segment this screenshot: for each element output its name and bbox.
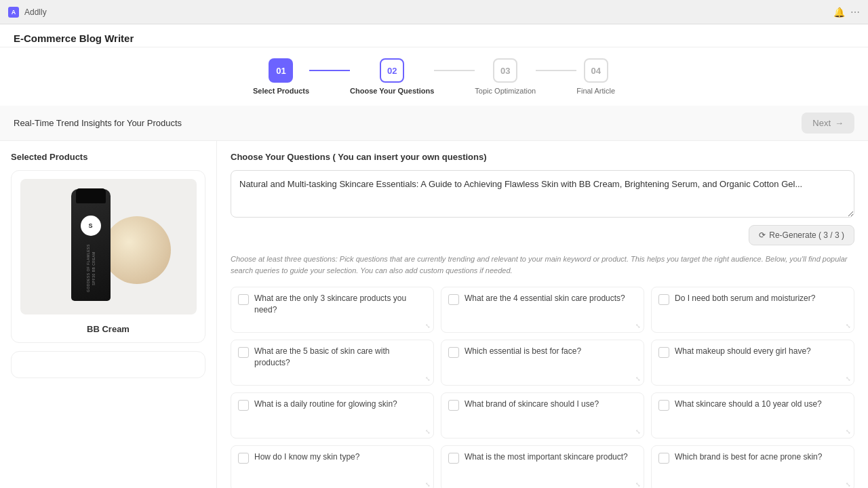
step-label-2: Choose Your Questions	[350, 87, 434, 95]
hint-text: Choose at least three questions: Pick qu…	[231, 253, 854, 276]
app-header: E-Commerce Blog Writer	[0, 24, 868, 47]
question-checkbox-1[interactable]	[238, 294, 249, 305]
question-checkbox-10[interactable]	[238, 453, 249, 464]
question-card-3: Do I need both serum and moisturizer? ⤡	[651, 287, 854, 333]
question-textarea-3[interactable]: Do I need both serum and moisturizer?	[675, 293, 847, 327]
question-textarea-12[interactable]: Which brand is best for acne prone skin?	[675, 451, 847, 485]
connector-3-4	[536, 70, 576, 71]
product-card: S GODDESS OF FLAWLESSSPF30 BB CREAM BB C…	[11, 170, 205, 343]
resize-icon-4: ⤡	[425, 375, 431, 382]
question-checkbox-5[interactable]	[448, 347, 459, 358]
sidebar: Selected Products S GO	[0, 141, 217, 488]
step-circle-3: 03	[493, 58, 517, 83]
sidebar-section-title: Selected Products	[11, 152, 205, 162]
resize-icon-11: ⤡	[635, 481, 641, 488]
resize-icon-7: ⤡	[425, 428, 431, 435]
resize-icon-1: ⤡	[425, 323, 431, 329]
question-card-2: What are the 4 essential skin care produ…	[441, 287, 644, 333]
main-content: Selected Products S GO	[0, 141, 868, 488]
product-swatch	[103, 216, 171, 284]
question-card-11: What is the most important skincare prod…	[441, 445, 644, 488]
resize-icon-8: ⤡	[635, 428, 641, 435]
bell-icon[interactable]: 🔔	[833, 7, 845, 18]
resize-icon-2: ⤡	[635, 323, 641, 329]
connector-1-2	[309, 70, 350, 71]
question-checkbox-2[interactable]	[448, 294, 459, 305]
product-tube-text: GODDESS OF FLAWLESSSPF30 BB CREAM	[85, 241, 96, 296]
question-card-4: What are the 5 basic of skin care with p…	[231, 340, 434, 386]
title-bar-actions: 🔔 ⋯	[833, 7, 860, 18]
resize-icon-5: ⤡	[635, 375, 641, 382]
title-bar: A Addlly 🔔 ⋯	[0, 0, 868, 24]
question-textarea-6[interactable]: What makeup should every girl have?	[675, 346, 847, 380]
product-name: BB Cream	[87, 324, 130, 334]
step-label-1: Select Products	[253, 87, 309, 95]
questions-header: Choose Your Questions ( You can insert y…	[231, 152, 854, 162]
question-checkbox-8[interactable]	[448, 400, 459, 411]
product-tube: S GODDESS OF FLAWLESSSPF30 BB CREAM	[71, 189, 111, 301]
question-checkbox-4[interactable]	[238, 347, 249, 358]
question-card-6: What makeup should every girl have? ⤡	[651, 340, 854, 386]
refresh-icon: ⟳	[759, 230, 766, 240]
step-3: 03 Topic Optimization	[475, 58, 536, 95]
product-image-area: S GODDESS OF FLAWLESSSPF30 BB CREAM	[20, 179, 197, 314]
article-title-textarea[interactable]	[231, 170, 854, 218]
toolbar-title: Real-Time Trend Insights for Your Produc…	[14, 118, 182, 128]
question-checkbox-6[interactable]	[658, 347, 669, 358]
step-4: 04 Final Article	[576, 58, 615, 95]
resize-icon-3: ⤡	[846, 323, 851, 329]
resize-icon-12: ⤡	[846, 481, 851, 488]
question-card-10: How do I know my skin type? ⤡	[231, 445, 434, 488]
step-circle-4: 04	[584, 58, 608, 83]
step-1: 01 Select Products	[253, 58, 309, 95]
question-card-12: Which brand is best for acne prone skin?…	[651, 445, 854, 488]
product-tube-logo: S	[81, 216, 101, 236]
step-circle-1: 01	[269, 58, 293, 83]
question-textarea-7[interactable]: What is a daily routine for glowing skin…	[254, 399, 427, 432]
questions-panel: Choose Your Questions ( You can insert y…	[217, 141, 868, 488]
regenerate-button[interactable]: ⟳ Re-Generate ( 3 / 3 )	[749, 225, 854, 245]
next-button[interactable]: Next →	[802, 113, 854, 134]
toolbar: Real-Time Trend Insights for Your Produc…	[0, 106, 868, 141]
app-icon: A	[8, 7, 19, 18]
question-checkbox-9[interactable]	[658, 400, 669, 411]
question-textarea-2[interactable]: What are the 4 essential skin care produ…	[465, 293, 637, 327]
question-checkbox-11[interactable]	[448, 453, 459, 464]
question-textarea-11[interactable]: What is the most important skincare prod…	[465, 451, 637, 485]
question-card-5: Which essential is best for face? ⤡	[441, 340, 644, 386]
questions-grid: What are the only 3 skincare products yo…	[231, 287, 854, 488]
app-title: E-Commerce Blog Writer	[14, 33, 854, 44]
product-card-2	[11, 351, 205, 378]
step-label-3: Topic Optimization	[475, 87, 536, 95]
stepper: 01 Select Products 02 Choose Your Questi…	[0, 47, 868, 106]
question-card-7: What is a daily routine for glowing skin…	[231, 392, 434, 439]
more-icon[interactable]: ⋯	[850, 7, 860, 18]
question-textarea-5[interactable]: Which essential is best for face?	[465, 346, 637, 380]
question-checkbox-12[interactable]	[658, 453, 669, 464]
connector-2-3	[434, 70, 475, 71]
question-checkbox-3[interactable]	[658, 294, 669, 305]
question-textarea-10[interactable]: How do I know my skin type?	[254, 451, 427, 485]
arrow-right-icon: →	[835, 118, 844, 128]
resize-icon-10: ⤡	[425, 481, 431, 488]
question-card-9: What skincare should a 10 year old use? …	[651, 392, 854, 439]
resize-icon-9: ⤡	[846, 428, 851, 435]
question-textarea-4[interactable]: What are the 5 basic of skin care with p…	[254, 346, 427, 380]
question-card-1: What are the only 3 skincare products yo…	[231, 287, 434, 333]
resize-icon-6: ⤡	[846, 375, 851, 382]
question-checkbox-7[interactable]	[238, 400, 249, 411]
step-circle-2: 02	[380, 58, 404, 83]
question-textarea-1[interactable]: What are the only 3 skincare products yo…	[254, 293, 427, 327]
step-label-4: Final Article	[576, 87, 615, 95]
question-textarea-9[interactable]: What skincare should a 10 year old use?	[675, 399, 847, 432]
step-2: 02 Choose Your Questions	[350, 58, 434, 95]
question-textarea-8[interactable]: What brand of skincare should I use?	[465, 399, 637, 432]
app-name: Addlly	[24, 7, 47, 17]
product-tube-cap	[76, 188, 106, 203]
question-card-8: What brand of skincare should I use? ⤡	[441, 392, 644, 439]
